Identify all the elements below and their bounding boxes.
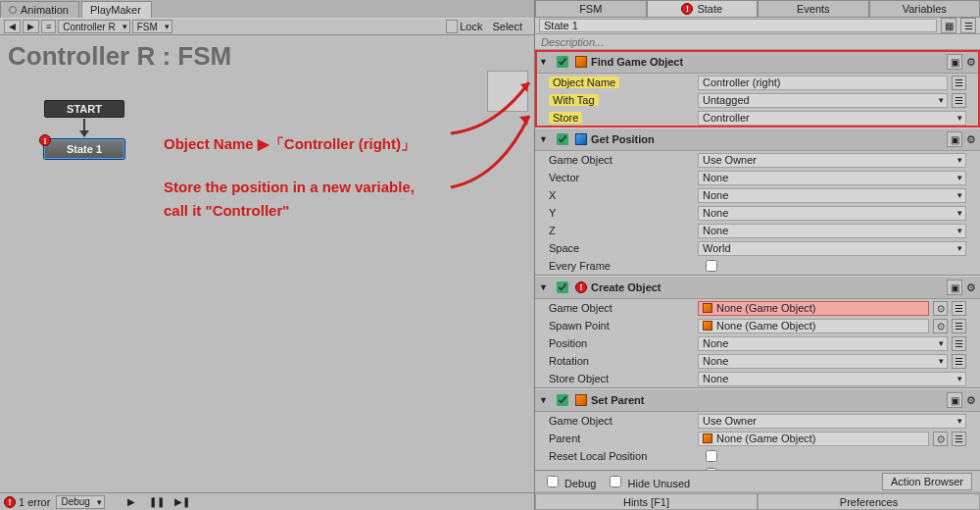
action-header-create[interactable]: ▼ ! Create Object ▣ ⚙ — [535, 277, 980, 299]
object-picker-button[interactable]: ⊙ — [933, 319, 948, 333]
prop-label-reset-pos: Reset Local Position — [549, 450, 696, 462]
reset-pos-checkbox[interactable] — [706, 450, 717, 462]
action-header-setparent[interactable]: ▼ Set Parent ▣ ⚙ — [535, 389, 980, 412]
cube-icon — [575, 394, 587, 406]
param-menu-button[interactable]: ☰ — [952, 336, 966, 351]
every-frame-checkbox[interactable] — [706, 260, 717, 272]
tab-state[interactable]: !State — [647, 0, 759, 17]
action-browser-button[interactable]: Action Browser — [882, 473, 972, 490]
state-color-button[interactable]: ▦ — [941, 18, 956, 33]
action-help-button[interactable]: ▣ — [947, 392, 962, 408]
status-errors[interactable]: ! 1 error — [4, 496, 50, 508]
action-enabled-checkbox[interactable] — [557, 394, 568, 406]
hints-button[interactable]: Hints [F1] — [535, 493, 758, 510]
store-object-dropdown[interactable]: None — [698, 372, 966, 386]
cube-icon — [703, 303, 712, 313]
nav-fwd-button[interactable]: ▶ — [23, 20, 39, 33]
z-dropdown[interactable]: None — [698, 224, 966, 238]
gear-icon[interactable]: ⚙ — [966, 394, 976, 407]
prop-label-store: Store — [549, 112, 582, 124]
action-help-button[interactable]: ▣ — [947, 131, 962, 147]
prop-label-game-object: Game Object — [549, 302, 696, 314]
x-dropdown[interactable]: None — [698, 188, 966, 203]
action-enabled-checkbox[interactable] — [557, 281, 568, 293]
fold-icon[interactable]: ▼ — [539, 282, 549, 292]
prop-label-vector: Vector — [549, 172, 696, 183]
tab-variables[interactable]: Variables — [869, 0, 981, 17]
param-menu-button[interactable]: ☰ — [952, 76, 966, 90]
param-menu-button[interactable]: ☰ — [952, 93, 966, 108]
fsm-dropdown[interactable]: FSM — [132, 20, 172, 33]
left-tab-strip: Animation PlayMaker — [0, 0, 534, 18]
rotation-dropdown[interactable]: None — [698, 354, 948, 369]
tab-fsm[interactable]: FSM — [535, 0, 647, 17]
gear-icon[interactable]: ⚙ — [966, 133, 976, 146]
prop-label-store-object: Store Object — [549, 373, 696, 384]
space-dropdown[interactable]: World — [698, 241, 966, 256]
minimap[interactable] — [487, 71, 528, 112]
action-enabled-checkbox[interactable] — [557, 56, 568, 68]
debug-toggle[interactable]: Debug — [543, 473, 596, 490]
action-header-getpos[interactable]: ▼ Get Position ▣ ⚙ — [535, 128, 980, 151]
fold-icon[interactable]: ▼ — [539, 134, 549, 144]
action-title: Create Object — [591, 281, 943, 293]
action-header-find[interactable]: ▼ Find Game Object ▣ ⚙ — [535, 51, 980, 74]
param-menu-button[interactable]: ☰ — [952, 301, 966, 316]
step-button[interactable]: ▶❚ — [173, 495, 191, 509]
param-menu-button[interactable]: ☰ — [952, 354, 966, 369]
game-object-dropdown[interactable]: Use Owner — [698, 153, 966, 168]
state1-node[interactable]: State 1 — [44, 139, 124, 159]
status-bar: ! 1 error Debug ▶ ❚❚ ▶❚ — [0, 492, 534, 510]
state-error-badge: ! — [39, 134, 51, 146]
cube-icon — [575, 56, 587, 68]
start-node[interactable]: START — [44, 100, 124, 118]
prop-label-spawn-point: Spawn Point — [549, 320, 696, 332]
play-button[interactable]: ▶ — [122, 495, 140, 509]
vector-dropdown[interactable]: None — [698, 171, 966, 185]
status-errors-label: 1 error — [19, 496, 50, 508]
gear-icon[interactable]: ⚙ — [966, 56, 976, 69]
debug-dropdown[interactable]: Debug — [56, 495, 104, 509]
tab-animation-label: Animation — [21, 4, 69, 16]
create-go-field[interactable]: None (Game Object) — [698, 301, 929, 316]
tab-animation[interactable]: Animation — [0, 1, 79, 18]
gear-icon[interactable]: ⚙ — [966, 281, 976, 294]
spawn-point-field[interactable]: None (Game Object) — [698, 319, 929, 333]
state-menu-button[interactable]: ☰ — [960, 18, 976, 33]
position-dropdown[interactable]: None — [698, 336, 948, 351]
param-menu-button[interactable]: ☰ — [952, 319, 966, 333]
prop-label-position: Position — [549, 337, 696, 349]
fold-icon[interactable]: ▼ — [539, 395, 549, 405]
object-name-input[interactable]: Controller (right) — [698, 76, 948, 90]
tab-events[interactable]: Events — [758, 0, 869, 17]
pause-button[interactable]: ❚❚ — [148, 495, 166, 509]
fsm-canvas[interactable]: Controller R : FSM START State 1 ! Objec… — [0, 35, 534, 492]
cube-icon — [703, 434, 712, 443]
select-label[interactable]: Select — [492, 21, 522, 32]
transition-arrow — [83, 119, 85, 136]
fold-icon[interactable]: ▼ — [539, 57, 549, 67]
sp-game-object-dropdown[interactable]: Use Owner — [698, 414, 966, 429]
nav-back-button[interactable]: ◀ — [4, 20, 21, 33]
prop-label-rotation: Rotation — [549, 355, 696, 367]
param-menu-button[interactable]: ☰ — [952, 432, 966, 446]
preferences-button[interactable]: Preferences — [758, 493, 980, 510]
history-button[interactable]: ≡ — [41, 20, 56, 33]
store-dropdown[interactable]: Controller — [698, 111, 966, 126]
cube-icon — [703, 321, 712, 331]
parent-field[interactable]: None (Game Object) — [698, 432, 929, 446]
state-name-input[interactable]: State 1 — [539, 19, 937, 32]
hide-unused-toggle[interactable]: Hide Unused — [606, 473, 690, 490]
tab-playmaker[interactable]: PlayMaker — [81, 1, 152, 18]
controller-dropdown[interactable]: Controller R — [58, 20, 129, 33]
action-enabled-checkbox[interactable] — [557, 133, 568, 145]
with-tag-dropdown[interactable]: Untagged — [698, 93, 948, 108]
action-get-position: ▼ Get Position ▣ ⚙ Game ObjectUse Owner … — [535, 128, 980, 276]
y-dropdown[interactable]: None — [698, 206, 966, 221]
action-help-button[interactable]: ▣ — [947, 54, 962, 70]
lock-toggle[interactable] — [446, 20, 458, 33]
object-picker-button[interactable]: ⊙ — [933, 301, 948, 316]
object-picker-button[interactable]: ⊙ — [933, 432, 948, 446]
action-help-button[interactable]: ▣ — [947, 280, 962, 295]
state-description-input[interactable]: Description... — [535, 34, 980, 50]
